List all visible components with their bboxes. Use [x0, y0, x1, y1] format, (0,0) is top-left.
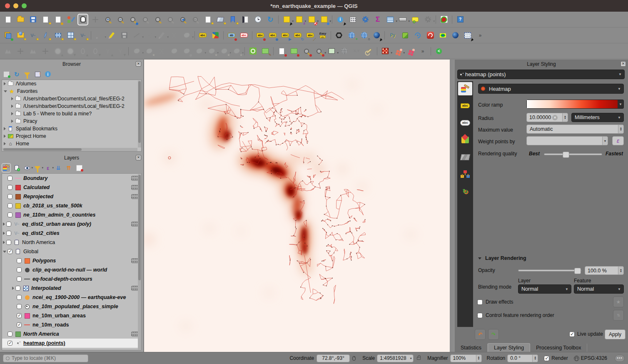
layer-item[interactable]: Polygons: [2, 256, 141, 265]
layer-visibility-checkbox[interactable]: [6, 231, 11, 236]
layers-vertical-scrollbar[interactable]: [138, 174, 141, 349]
show-bookmarks-icon[interactable]: [240, 14, 251, 25]
browser-close-icon[interactable]: ✕: [136, 61, 141, 67]
gps-tools-icon[interactable]: [412, 30, 423, 41]
layer-visibility-checkbox[interactable]: [7, 341, 12, 346]
layer-styling-close-icon[interactable]: ✕: [621, 61, 626, 67]
browser-properties-icon[interactable]: i: [44, 70, 52, 78]
measure-icon[interactable]: ▾: [397, 14, 408, 25]
help-icon[interactable]: ?: [455, 14, 466, 25]
slider-handle[interactable]: [574, 268, 581, 274]
browser-collapse-all-icon[interactable]: ↑: [33, 70, 42, 78]
browser-item[interactable]: /Users/nbarber/Documents/Local_files/EEG…: [2, 95, 141, 102]
show-hidden-labels-icon[interactable]: abc: [267, 30, 278, 41]
layer-visibility-checkbox[interactable]: [17, 267, 22, 272]
zoom-out-icon[interactable]: −: [115, 14, 126, 25]
new-spatial-bookmark-icon[interactable]: ★: [227, 14, 238, 25]
browser-item[interactable]: Piracy: [2, 117, 141, 125]
change-label-properties-icon[interactable]: abc／: [305, 30, 316, 41]
rendering-quality-slider[interactable]: [544, 153, 602, 155]
label-red-icon[interactable]: abc: [239, 30, 249, 41]
rotate-label-icon[interactable]: abc↻: [292, 30, 303, 41]
locator-search-input[interactable]: Type to locate (⌘K): [3, 354, 88, 362]
layer-visibility-checkbox[interactable]: [6, 222, 11, 227]
new-3d-map-view-icon[interactable]: ★: [215, 14, 226, 25]
live-update-checkbox[interactable]: [569, 332, 575, 337]
coordinate-value[interactable]: 72.8°,-93°: [316, 354, 350, 362]
expand-all-icon[interactable]: ⇊: [54, 163, 63, 172]
project-properties-icon[interactable]: [52, 14, 63, 25]
layer-visibility-checkbox[interactable]: [15, 286, 20, 291]
layer-item[interactable]: heatmap (points): [2, 339, 141, 348]
diagram-options-icon[interactable]: [210, 30, 221, 41]
select-by-location-icon[interactable]: ▾: [319, 14, 329, 25]
slider-handle[interactable]: [563, 152, 569, 158]
layer-visibility-checkbox[interactable]: [7, 332, 12, 337]
identify-features-icon[interactable]: i: [335, 14, 346, 25]
scale-dropdown[interactable]: 1:49581928 ▼: [377, 354, 414, 362]
globe-earth-plugin-icon[interactable]: [450, 30, 461, 41]
opacity-input[interactable]: 100.0 % ▲▼: [585, 266, 624, 275]
browser-collapse-all-icon[interactable]: ↑: [33, 70, 42, 79]
layer-item[interactable]: ne_110m_admin_0_countries: [2, 210, 141, 219]
layer-item[interactable]: V··eq_dist2_urban areas (poly): [2, 219, 141, 229]
symbology-brush-icon[interactable]: [458, 82, 472, 95]
browser-refresh-icon[interactable]: ↻: [12, 70, 21, 79]
control-order-checkbox[interactable]: [477, 313, 483, 318]
feature-blend-dropdown[interactable]: Normal ▼: [574, 284, 624, 294]
layer-item[interactable]: Interpolated: [2, 284, 141, 293]
layer-item[interactable]: ne_10m_urban_areas: [2, 311, 141, 320]
filter-by-expression-icon[interactable]: ε▾: [43, 163, 52, 172]
show-statistics-icon[interactable]: Σ: [372, 14, 383, 25]
maximum-value-input[interactable]: Automatic ▲▼: [526, 125, 624, 134]
quickosm-map-pencil-icon[interactable]: ✎: [260, 45, 271, 57]
browser-add-layer-icon[interactable]: [2, 70, 11, 79]
layer-visibility-checkbox[interactable]: [17, 277, 22, 282]
layer-item[interactable]: ne_10m_roads: [2, 320, 141, 329]
add-wms-service-icon[interactable]: +: [346, 30, 357, 41]
styling-layer-selector[interactable]: heatmap (points) ▼: [457, 70, 625, 79]
layer-item[interactable]: clip_eq-world-no-null — world: [2, 265, 141, 274]
pin-unpin-labels-icon[interactable]: abc: [255, 30, 266, 41]
new-shapefile-layer-icon[interactable]: V··★: [27, 30, 38, 41]
plugin-builder-icon[interactable]: [400, 30, 411, 41]
browser-properties-icon[interactable]: i: [43, 70, 52, 79]
pan-map-tool-icon[interactable]: [77, 14, 88, 25]
clear-value-icon[interactable]: ✕: [552, 115, 558, 120]
add-group-icon[interactable]: +: [12, 163, 21, 172]
messages-button[interactable]: •••: [615, 355, 625, 362]
browser-vertical-scrollbar[interactable]: [138, 80, 141, 147]
filter-by-expression-icon[interactable]: ε▾: [44, 164, 52, 172]
reverse-geocode-icon[interactable]: [301, 45, 312, 57]
layer-visibility-checkbox[interactable]: [17, 295, 22, 300]
apply-button[interactable]: Apply: [605, 329, 626, 339]
move-label-icon[interactable]: abc▶: [280, 30, 291, 41]
browser-item[interactable]: ⌂Home: [2, 140, 141, 147]
redo-button[interactable]: ↷: [488, 329, 499, 340]
point-displacement-tool-icon[interactable]: [405, 45, 416, 57]
undo-button[interactable]: ↶: [475, 329, 486, 340]
new-map-view-icon[interactable]: ★: [202, 14, 213, 25]
row-overflow-icon[interactable]: »: [417, 45, 428, 57]
manage-map-themes-icon[interactable]: ▾: [22, 163, 32, 172]
layer-visibility-checkbox[interactable]: [17, 313, 22, 318]
new-virtual-layer-icon[interactable]: ★: [65, 30, 76, 41]
maximum-value-spinner[interactable]: ▲▼: [618, 125, 623, 133]
layer-visibility-checkbox[interactable]: [17, 304, 22, 309]
radius-unit-dropdown[interactable]: Millimeters ▼: [571, 113, 624, 122]
browser-item[interactable]: /Users/nbarber/Documents/Local_files/EEG…: [2, 102, 141, 110]
tab-statistics[interactable]: Statistics: [455, 344, 488, 352]
rotation-spinner[interactable]: ▲▼: [532, 355, 538, 362]
point-cluster-tool-icon[interactable]: ▾: [392, 45, 403, 57]
layers-close-icon[interactable]: ✕: [136, 155, 141, 160]
manage-map-themes-icon[interactable]: ▾: [23, 164, 31, 172]
easy-custom-labeling-icon[interactable]: Easyabc: [317, 30, 328, 41]
zoom-to-layer-icon[interactable]: [152, 14, 163, 25]
remove-layer-icon[interactable]: [75, 163, 84, 172]
radius-spinner[interactable]: ▲▼: [562, 113, 568, 122]
render-checkbox[interactable]: [544, 356, 549, 361]
browser-add-layer-icon[interactable]: [2, 70, 10, 78]
refresh-map-icon[interactable]: ↻: [265, 14, 276, 25]
remove-layer-icon[interactable]: [75, 164, 83, 172]
open-layer-styling-panel-icon[interactable]: [2, 164, 10, 172]
